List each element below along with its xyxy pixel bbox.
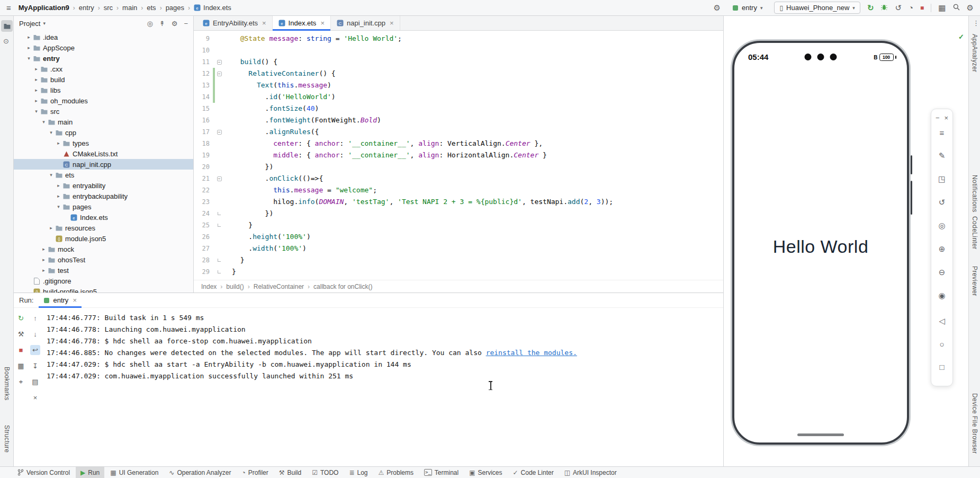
chevron-right-icon[interactable]: ▸ [48,225,55,231]
tree-item-idea[interactable]: ▸.idea [14,32,193,42]
code-editor[interactable]: 9 @State message: string = 'Hello World'… [194,31,723,280]
code-line[interactable]: 22 this.message = "welcome"; [194,184,723,196]
status-services[interactable]: ▣Services [464,467,507,478]
console-line[interactable]: 17:44:46.778: Launching com.huawei.myapp… [47,324,723,335]
tree-item-cmakelists-txt[interactable]: CMakeLists.txt [14,148,193,159]
locate-file-icon[interactable]: ◎ [147,20,153,28]
project-view-selector[interactable]: Project [19,20,40,28]
profiler-button[interactable]: ◔ [909,4,913,12]
commit-stripe-icon[interactable]: ⊙ [3,37,9,45]
layout-icon[interactable]: ▦ [938,4,946,12]
chevron-right-icon[interactable]: ▸ [40,246,47,252]
fold-collapse-icon[interactable]: − [215,176,223,181]
tree-item-src[interactable]: ▾src [14,106,193,117]
chevron-down-icon[interactable]: ▾ [48,172,55,178]
rotate-icon[interactable]: ↺ [939,198,946,207]
settings-icon[interactable]: ⚙ [714,4,721,12]
chevron-right-icon[interactable]: ▸ [33,66,40,72]
menu-icon[interactable]: ≡ [940,128,945,137]
collapse-all-icon[interactable]: ↟ [159,20,165,28]
settings-icon[interactable]: ⚙ [967,4,974,12]
code-line[interactable]: 18 center: { anchor: '__container__', al… [194,138,723,149]
tree-item-napi-init-cpp[interactable]: Cnapi_init.cpp [14,159,193,170]
status-ui-generation[interactable]: ▦UI Generation [105,467,163,478]
tree-item-cxx[interactable]: ▸.cxx [14,64,193,74]
code-line[interactable]: 21− .onClick(()=>{ [194,173,723,184]
fold-collapse-icon[interactable]: − [215,60,223,65]
code-line[interactable]: 19 middle: { anchor: '__container__', al… [194,149,723,161]
console-line[interactable]: 17:44:46.777: Build task in 1 s 549 ms [47,312,723,324]
recents-button[interactable]: □ [939,362,944,371]
code-line[interactable]: 27 .width('100%') [194,243,723,254]
scroll-end-button[interactable]: ↧ [30,361,40,371]
tree-item-test[interactable]: ▸test [14,265,193,276]
tree-item-gitignore[interactable]: .gitignore [14,276,193,286]
main-menu-icon[interactable]: ≡ [6,4,11,12]
code-line[interactable]: 28 } [194,254,723,266]
breadcrumb-item-pages[interactable]: pages [166,4,184,12]
console-link[interactable]: reinstall the modules. [486,349,577,357]
close-button[interactable]: × [945,114,949,122]
tree-item-ohostest[interactable]: ▸ohosTest [14,254,193,265]
soft-wrap-button[interactable]: ↩ [30,345,40,355]
rerun-button[interactable]: ↻ [16,313,26,323]
chevron-right-icon[interactable]: ▸ [25,34,32,40]
dashboard-button[interactable]: ▦ [16,361,26,371]
code-line[interactable]: 9 @State message: string = 'Hello World'… [194,33,723,45]
home-button[interactable]: ○ [939,340,944,349]
code-line[interactable]: 24 }) [194,208,723,219]
tool-stripe-bookmarks[interactable]: Bookmarks [3,367,11,401]
code-line[interactable]: 15 .fontSize(40) [194,103,723,114]
tool-stripe-codelinter[interactable]: CodeLinter [971,216,978,250]
editor-breadcrumb-item-relativecontainer[interactable]: RelativeContainer [254,283,304,290]
tree-item-ets[interactable]: ▾ets [14,170,193,180]
tool-stripe-notifications[interactable]: Notifications [971,175,978,213]
chevron-right-icon[interactable]: ▸ [55,193,62,199]
console-line[interactable]: 17:44:46.885: No changes were detected o… [47,347,723,359]
run-tab-entry[interactable]: entry × [39,293,82,308]
chevron-down-icon[interactable]: ▾ [40,119,47,125]
console-line[interactable]: 17:44:46.778: $ hdc shell aa force-stop … [47,335,723,347]
device-selector[interactable]: ▯ Huawei_Phone_new ▾ [774,2,860,14]
rerun-button[interactable]: ↻ [867,4,874,12]
console-line[interactable]: 17:44:47.029: com.huawei.myapplication s… [47,370,723,382]
tab-close-icon[interactable]: × [262,19,266,27]
print-button[interactable]: ▤ [30,377,40,387]
stop-button[interactable]: ■ [920,5,924,11]
tab-close-icon[interactable]: × [73,296,77,304]
chevron-down-icon[interactable]: ▾ [48,130,55,135]
fold-end-icon[interactable] [215,224,223,227]
tree-item-build[interactable]: ▸build [14,74,193,85]
status-profiler[interactable]: ◔Profiler [237,467,273,478]
tree-item-oh-modules[interactable]: ▸oh_modules [14,95,193,106]
pin-button[interactable]: ⌖ [16,377,26,387]
chevron-right-icon[interactable]: ▸ [33,87,40,93]
status-version-control[interactable]: Version Control [13,467,75,478]
debug-button[interactable] [880,4,888,12]
tree-item-resources[interactable]: ▸resources [14,223,193,233]
fold-end-icon[interactable] [215,270,223,273]
breadcrumb-item-myapplication9[interactable]: MyApplication9 [19,4,69,12]
code-line[interactable]: 13 Text(this.message) [194,79,723,91]
code-line[interactable]: 20 }) [194,161,723,173]
fold-collapse-icon[interactable]: − [215,72,223,76]
volume-up-icon[interactable]: ⊕ [939,244,946,254]
chevron-right-icon[interactable]: ▸ [40,268,47,273]
tool-stripe-device-file-browser[interactable]: Device File Browser [971,393,978,454]
tree-item-appscope[interactable]: ▸AppScope [14,42,193,53]
chevron-right-icon[interactable]: ▸ [33,77,40,82]
chevron-right-icon[interactable]: ▸ [55,183,62,188]
stylus-icon[interactable]: ✎ [939,151,946,161]
project-stripe-icon[interactable] [1,20,13,32]
status-build[interactable]: ⚒Build [274,467,306,478]
chevron-right-icon[interactable]: ▸ [25,45,32,50]
tree-item-pages[interactable]: ▾pages [14,201,193,212]
chevron-down-icon[interactable]: ▾ [55,204,62,209]
settings-icon[interactable]: ⚙ [172,20,178,28]
search-icon[interactable] [953,4,960,12]
fingerprint-icon[interactable]: ◉ [938,291,945,300]
editor-breadcrumb-item-index[interactable]: Index [201,283,217,290]
chevron-right-icon[interactable]: ▸ [33,98,40,103]
fold-collapse-icon[interactable]: − [215,130,223,135]
console-output[interactable]: 17:44:46.777: Build task in 1 s 549 ms17… [42,308,723,466]
